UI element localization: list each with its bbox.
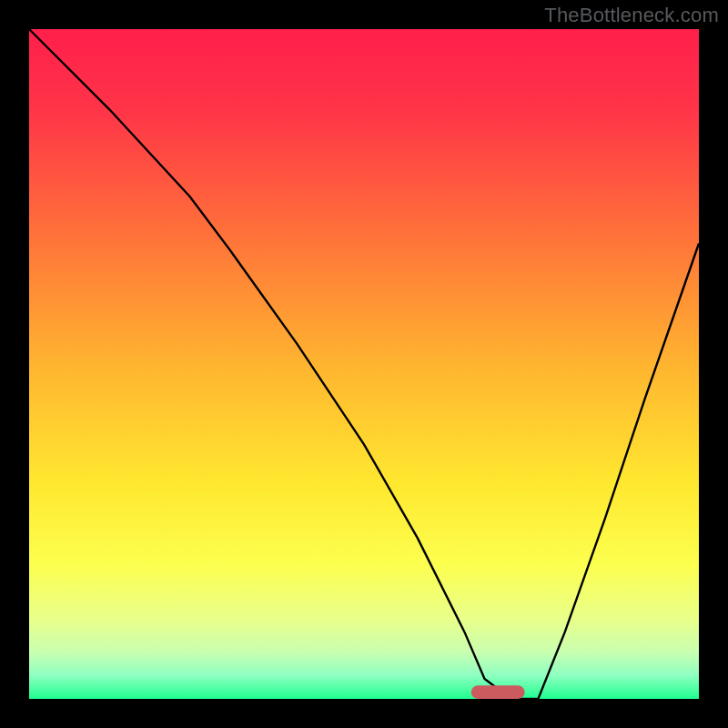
watermark-text: TheBottleneck.com — [544, 4, 719, 27]
bottleneck-chart — [0, 0, 728, 728]
plot-background-gradient — [29, 29, 699, 699]
chart-frame: TheBottleneck.com — [0, 0, 728, 728]
optimal-marker — [471, 685, 525, 699]
